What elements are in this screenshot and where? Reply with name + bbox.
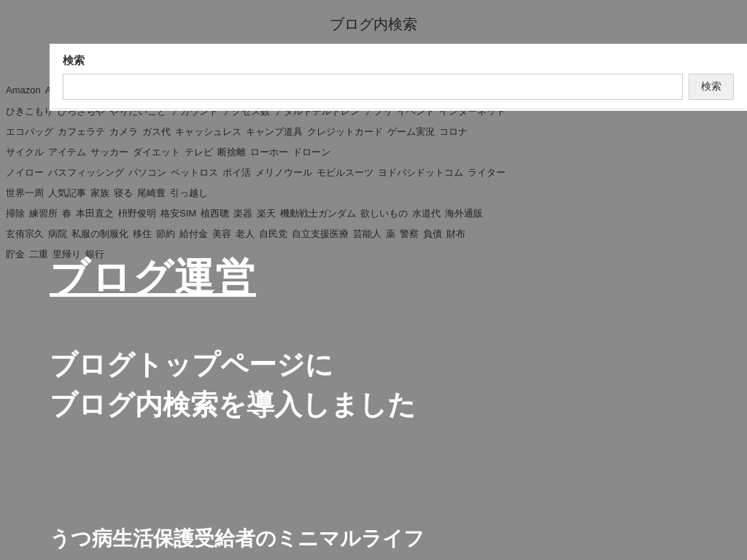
tag-item[interactable]: メリノウール bbox=[255, 166, 312, 180]
tag-item[interactable]: ガス代 bbox=[142, 125, 171, 139]
tag-item[interactable]: テレビ bbox=[185, 145, 213, 160]
tag-item[interactable]: 移住 bbox=[133, 227, 152, 241]
tag-item[interactable]: ゲーム実況 bbox=[387, 125, 435, 139]
tag-item[interactable]: ライター bbox=[468, 166, 506, 180]
tag-item[interactable]: Amazon bbox=[6, 84, 41, 98]
blog-search-title: ブログ内検索 bbox=[0, 0, 747, 42]
tag-row-5: 世界一周人気記事家族寝る尾崎豊引っ越し bbox=[3, 184, 744, 202]
tag-item[interactable]: 楽天 bbox=[257, 206, 276, 221]
search-row: 検索 bbox=[63, 74, 734, 100]
search-label: 検索 bbox=[63, 54, 734, 68]
tag-item[interactable]: 老人 bbox=[236, 227, 255, 241]
tag-item[interactable]: 尾崎豊 bbox=[137, 186, 166, 201]
tag-item[interactable]: ローホー bbox=[250, 145, 288, 160]
tag-item[interactable]: 格安SIM bbox=[160, 206, 196, 221]
tag-item[interactable]: ポイ活 bbox=[222, 166, 251, 180]
tag-item[interactable]: ヨドバシドットコム bbox=[378, 166, 463, 180]
tag-item[interactable]: パソコン bbox=[128, 166, 166, 180]
tag-item[interactable]: 玄侑宗久 bbox=[6, 227, 44, 241]
tag-item[interactable]: 私服の制服化 bbox=[71, 227, 128, 241]
tag-item[interactable]: クレジットカード bbox=[307, 125, 383, 139]
tag-item[interactable]: 海外通販 bbox=[445, 206, 483, 221]
tag-item[interactable]: 美容 bbox=[212, 227, 231, 241]
overlay-title-4: うつ病生活保護受給者のミニマルライフ bbox=[50, 525, 425, 553]
tag-item[interactable]: 練習所 bbox=[29, 206, 58, 221]
tag-item[interactable]: ノイロー bbox=[6, 166, 44, 180]
tag-item[interactable]: 負債 bbox=[423, 227, 442, 241]
tag-item[interactable]: ひきこもり bbox=[6, 104, 53, 119]
tag-item[interactable]: 貯金 bbox=[6, 247, 25, 262]
tag-row-7: 玄侑宗久病院私服の制服化移住節約給付金美容老人自民党自立支援医療芸能人薬警察負債… bbox=[3, 225, 744, 243]
tag-item[interactable]: 欲しいもの bbox=[360, 206, 408, 221]
tag-item[interactable]: 自民党 bbox=[259, 227, 287, 241]
tag-item[interactable]: 植西聰 bbox=[201, 206, 229, 221]
tag-item[interactable]: 本田直之 bbox=[76, 206, 114, 221]
tag-item[interactable]: 家族 bbox=[90, 186, 109, 201]
tag-item[interactable]: 二重 bbox=[29, 247, 48, 262]
tag-item[interactable]: 世界一周 bbox=[6, 186, 44, 201]
tag-item[interactable]: キャンプ道具 bbox=[246, 125, 303, 139]
tag-row-6: 掃除練習所春本田直之枡野俊明格安SIM植西聰楽器楽天機動戦士ガンダム欲しいもの水… bbox=[3, 205, 744, 222]
tag-item[interactable]: 芸能人 bbox=[353, 227, 382, 241]
tag-item[interactable]: ダイエット bbox=[133, 145, 180, 160]
tag-row-2: エコバッグカフェラテカメラガス代キャッシュレスキャンプ道具クレジットカードゲーム… bbox=[3, 123, 744, 141]
tag-item[interactable]: コロナ bbox=[439, 125, 468, 139]
tag-item[interactable]: サイクル bbox=[6, 145, 44, 160]
main-panel: 検索 検索 bbox=[50, 44, 747, 111]
tag-item[interactable]: 薬 bbox=[386, 227, 395, 241]
tag-item[interactable]: 引っ越し bbox=[170, 186, 208, 201]
tag-item[interactable]: キャッシュレス bbox=[175, 125, 241, 139]
tag-item[interactable]: モビルスーツ bbox=[317, 166, 374, 180]
tag-item[interactable]: 機動戦士ガンダム bbox=[280, 206, 356, 221]
tag-item[interactable]: 枡野俊明 bbox=[118, 206, 156, 221]
tag-item[interactable]: 給付金 bbox=[179, 227, 208, 241]
tag-item[interactable]: 断捨離 bbox=[217, 145, 246, 160]
overlay-title-2: ブログトップページに bbox=[50, 346, 333, 384]
overlay-title-3: ブログ内検索を導入しました bbox=[50, 386, 416, 424]
tag-item[interactable]: アイテム bbox=[48, 145, 86, 160]
tag-item[interactable]: 自立支援医療 bbox=[292, 227, 349, 241]
tag-item[interactable]: エコバッグ bbox=[6, 125, 53, 139]
tag-item[interactable]: 寝る bbox=[114, 186, 133, 201]
tag-item[interactable]: 病院 bbox=[48, 227, 67, 241]
tag-item[interactable]: サッカー bbox=[90, 145, 128, 160]
tag-item[interactable]: バスフィッシング bbox=[48, 166, 124, 180]
tag-item[interactable]: ペットロス bbox=[171, 166, 218, 180]
tag-item[interactable]: 節約 bbox=[156, 227, 175, 241]
tag-item[interactable]: 掃除 bbox=[6, 206, 25, 221]
search-section: 検索 検索 bbox=[51, 45, 746, 109]
tag-item[interactable]: カフェラテ bbox=[58, 125, 105, 139]
tag-item[interactable]: 春 bbox=[62, 206, 71, 221]
tag-item[interactable]: 人気記事 bbox=[48, 186, 86, 201]
search-button[interactable]: 検索 bbox=[689, 74, 734, 100]
tag-item[interactable]: 楽器 bbox=[233, 206, 252, 221]
search-input[interactable] bbox=[63, 74, 683, 100]
tag-item[interactable]: ドローン bbox=[293, 145, 330, 160]
tag-row-3: サイクルアイテムサッカーダイエットテレビ断捨離ローホードローン bbox=[3, 144, 744, 161]
tag-item[interactable]: 警察 bbox=[400, 227, 419, 241]
tag-item[interactable]: 水道代 bbox=[412, 206, 441, 221]
tag-row-4: ノイローバスフィッシングパソコンペットロスポイ活メリノウールモビルスーツヨドバシ… bbox=[3, 164, 744, 182]
overlay-title-1: ブログ運営 bbox=[50, 252, 256, 305]
tag-item[interactable]: 財布 bbox=[446, 227, 465, 241]
tag-item[interactable]: カメラ bbox=[109, 125, 138, 139]
